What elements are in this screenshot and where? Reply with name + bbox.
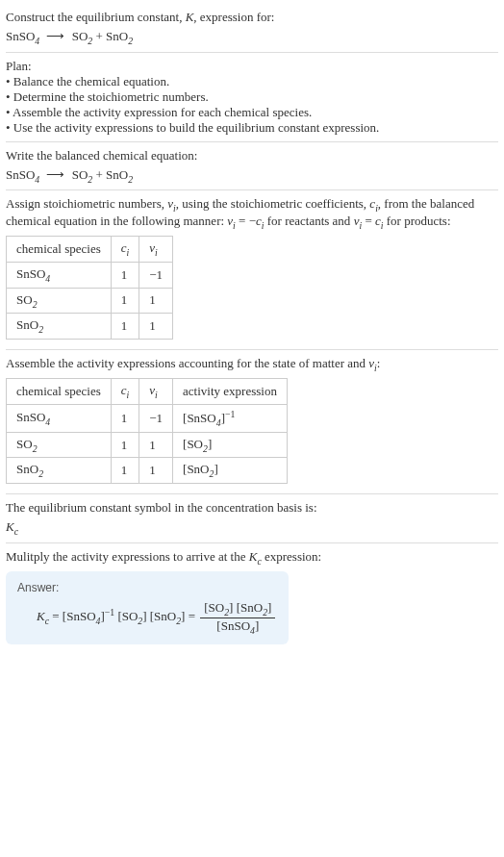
plan-item-2: • Determine the stoichiometric numbers. bbox=[6, 89, 498, 105]
col-activity: activity expression bbox=[173, 379, 288, 405]
plan-item-3: • Assemble the activity expression for e… bbox=[6, 105, 498, 120]
answer-label: Answer: bbox=[17, 581, 277, 594]
col-c: ci bbox=[111, 379, 139, 405]
activity-table: chemical species ci νi activity expressi… bbox=[6, 378, 288, 484]
stoich-text: Assign stoichiometric numbers, νi, using… bbox=[6, 196, 498, 230]
table-header-row: chemical species ci νi bbox=[7, 237, 173, 263]
plan-item-4: • Use the activity expressions to build … bbox=[6, 120, 498, 136]
table-row: SnSO4 1 −1 [SnSO4]−1 bbox=[7, 404, 288, 432]
plan-item-1: • Balance the chemical equation. bbox=[6, 74, 498, 89]
answer-expression: Kc = [SnSO4]−1 [SO2] [SnO2] = [SO2] [SnO… bbox=[17, 600, 277, 635]
table-row: SnSO4 1 −1 bbox=[7, 262, 173, 288]
table-row: SnO2 1 1 bbox=[7, 314, 173, 340]
balanced-section: Write the balanced chemical equation: Sn… bbox=[6, 142, 498, 191]
activity-title: Assemble the activity expressions accoun… bbox=[6, 356, 498, 373]
col-nu: νi bbox=[139, 237, 173, 263]
col-c: ci bbox=[111, 237, 139, 263]
table-row: SnO2 1 1 [SnO2] bbox=[7, 458, 288, 484]
intro-text: Construct the equilibrium constant, K, e… bbox=[6, 10, 498, 25]
table-row: SO2 1 1 [SO2] bbox=[7, 432, 288, 458]
col-species: chemical species bbox=[7, 237, 112, 263]
symbol-kc: Kc bbox=[6, 519, 498, 537]
col-species: chemical species bbox=[7, 379, 112, 405]
product2: SnO2 bbox=[106, 29, 133, 43]
balanced-title: Write the balanced chemical equation: bbox=[6, 148, 498, 164]
balanced-equation: SnSO4 ⟶ SO2 + SnO2 bbox=[6, 167, 498, 185]
multiply-text: Mulitply the activity expressions to arr… bbox=[6, 549, 498, 567]
intro-line1b: , expression for: bbox=[193, 10, 274, 24]
stoich-section: Assign stoichiometric numbers, νi, using… bbox=[6, 190, 498, 350]
symbol-section: The equilibrium constant symbol in the c… bbox=[6, 494, 498, 543]
reactant: SnSO4 bbox=[6, 29, 39, 43]
multiply-section: Mulitply the activity expressions to arr… bbox=[6, 543, 498, 651]
stoich-table: chemical species ci νi SnSO4 1 −1 SO2 1 … bbox=[6, 236, 173, 339]
activity-section: Assemble the activity expressions accoun… bbox=[6, 350, 498, 494]
arrow-icon: ⟶ bbox=[42, 29, 68, 44]
col-nu: νi bbox=[139, 379, 173, 405]
arrow-icon: ⟶ bbox=[42, 167, 68, 183]
plan-section: Plan: • Balance the chemical equation. •… bbox=[6, 53, 498, 142]
plus: + bbox=[92, 29, 106, 43]
fraction: [SO2] [SnO2] [SnSO4] bbox=[200, 600, 275, 635]
table-row: SO2 1 1 bbox=[7, 288, 173, 314]
intro-line1: Construct the equilibrium constant, bbox=[6, 10, 186, 24]
plan-title: Plan: bbox=[6, 59, 498, 74]
intro-section: Construct the equilibrium constant, K, e… bbox=[6, 4, 498, 53]
symbol-text: The equilibrium constant symbol in the c… bbox=[6, 500, 498, 516]
table-header-row: chemical species ci νi activity expressi… bbox=[7, 379, 288, 405]
answer-box: Answer: Kc = [SnSO4]−1 [SO2] [SnO2] = [S… bbox=[6, 571, 289, 644]
product1: SO2 bbox=[72, 29, 93, 43]
intro-equation: SnSO4 ⟶ SO2 + SnO2 bbox=[6, 29, 498, 46]
